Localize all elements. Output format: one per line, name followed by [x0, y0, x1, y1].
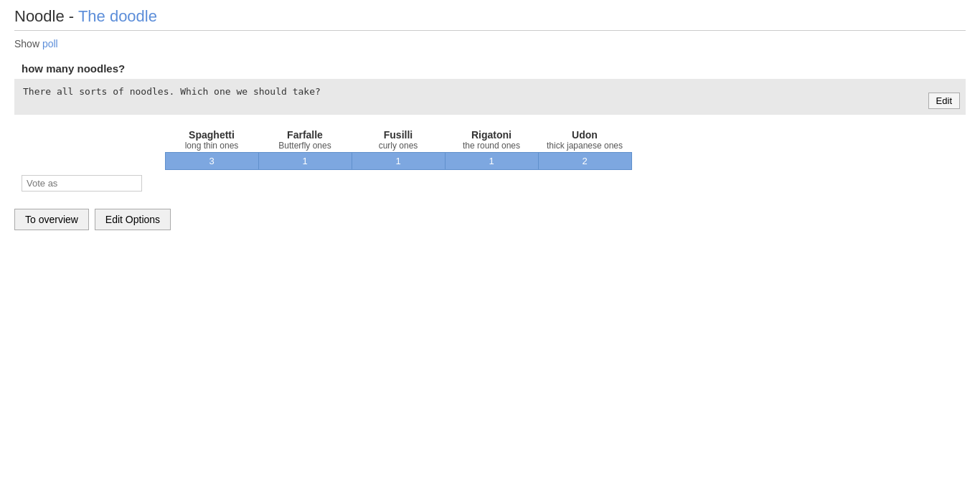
edit-description-button[interactable]: Edit — [928, 93, 960, 109]
edit-options-button[interactable]: Edit Options — [95, 209, 171, 230]
col-header-1: FarfalleButterfly ones — [258, 129, 352, 153]
col-header-2: Fusillicurly ones — [352, 129, 445, 153]
count-row: 31112 — [22, 153, 632, 170]
header-label-empty — [22, 129, 165, 153]
column-header-row: Spaghettilong thin onesFarfalleButterfly… — [22, 129, 632, 153]
bottom-buttons: To overview Edit Options — [14, 209, 966, 230]
count-cell-2: 1 — [352, 153, 445, 170]
poll-table-wrapper: Spaghettilong thin onesFarfalleButterfly… — [22, 129, 966, 194]
col-header-3: Rigatonithe round ones — [445, 129, 538, 153]
description-box: There all sorts of noodles. Which one we… — [14, 79, 966, 115]
col-name-0: Spaghetti — [166, 129, 257, 141]
count-action-empty — [631, 153, 632, 170]
poll-link[interactable]: poll — [42, 38, 58, 49]
count-cell-1: 1 — [258, 153, 352, 170]
page-title: Noodle - The doodle — [14, 7, 966, 31]
col-sub-4: thick japanese ones — [540, 141, 630, 151]
count-cell-0: 3 — [165, 153, 258, 170]
col-sub-3: the round ones — [446, 141, 537, 151]
col-sub-0: long thin ones — [166, 141, 257, 151]
poll-table: Spaghettilong thin onesFarfalleButterfly… — [22, 129, 632, 194]
poll-title: how many noodles? — [22, 62, 966, 75]
col-name-4: Udon — [540, 129, 630, 141]
poll-description: There all sorts of noodles. Which one we… — [23, 86, 321, 97]
col-sub-1: Butterfly ones — [260, 141, 350, 151]
count-label-empty — [22, 153, 165, 170]
vote-name-input[interactable] — [22, 175, 142, 192]
count-cell-3: 1 — [445, 153, 538, 170]
col-header-0: Spaghettilong thin ones — [165, 129, 258, 153]
title-prefix: Noodle - — [14, 7, 78, 25]
col-name-1: Farfalle — [260, 129, 350, 141]
count-cell-4: 2 — [538, 153, 631, 170]
title-suffix: The doodle — [78, 7, 157, 25]
vote-input-cell[interactable] — [22, 173, 165, 194]
col-name-3: Rigatoni — [446, 129, 537, 141]
header-action-empty — [631, 129, 632, 153]
to-overview-button[interactable]: To overview — [14, 209, 89, 230]
show-poll-text: Show poll — [14, 38, 966, 49]
col-name-2: Fusilli — [353, 129, 443, 141]
vote-row — [22, 173, 632, 194]
col-header-4: Udonthick japanese ones — [538, 129, 631, 153]
col-sub-2: curly ones — [353, 141, 443, 151]
